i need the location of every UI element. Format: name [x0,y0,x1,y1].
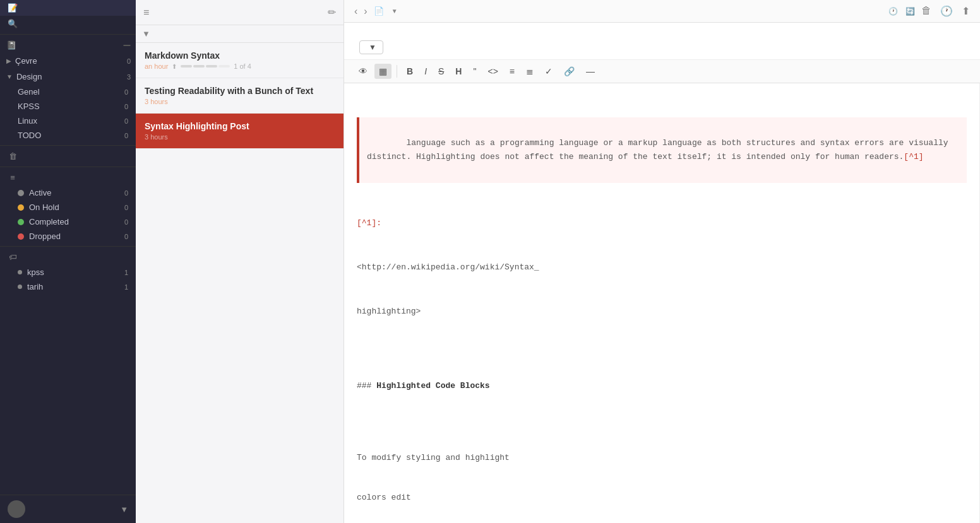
tag-tarih-label: tarih [27,282,119,291]
sidebar-item-linux[interactable]: Linux 0 [0,114,136,128]
note-progress-text: 1 of 4 [234,62,251,70]
sidebar-footer: ▼ [0,495,136,523]
sidebar-status-section: ≡ [0,170,136,185]
italic-button[interactable]: I [420,64,431,79]
design-count: 3 [127,73,131,81]
cevre-count: 0 [127,57,131,65]
search-icon: 🔍 [8,19,18,28]
editor-header-actions: 🗑 🕐 ⬆ [921,5,970,17]
chevron-down-icon: ▼ [6,73,13,80]
trash-icon: 🗑 [8,151,18,161]
date-modified: 🔄 [905,7,915,16]
sidebar-item-todo[interactable]: TODO 0 [0,128,136,143]
sidebar-item-completed[interactable]: Completed 0 [0,214,136,229]
delete-button[interactable]: 🗑 [921,5,931,17]
status-icon: ≡ [8,173,18,182]
design-label: Design [16,72,123,81]
linux-label: Linux [18,116,119,126]
date-created: 🕐 [888,7,898,16]
split-view-button[interactable]: ▦ [374,64,391,79]
note-item-markdown-syntax[interactable]: Markdown Syntax an hour ⬆ 1 of 4 [136,43,344,78]
sidebar-item-on-hold[interactable]: On Hold 0 [0,200,136,214]
completed-dot-icon [18,219,24,225]
sidebar-item-trash[interactable]: 🗑 [0,148,136,164]
sidebar-item-search[interactable]: 🔍 [0,16,136,32]
strikethrough-button[interactable]: S [434,64,448,79]
sidebar-cevre-group[interactable]: ▶ Çevre 0 [0,53,136,69]
editor-dates: 🕐 🔄 [888,7,915,16]
tag-tarih-count: 1 [124,283,128,291]
note-meta: 3 hours [145,133,335,141]
sidebar-item-genel[interactable]: Genel 0 [0,85,136,99]
filter-input[interactable] [154,29,337,38]
sidebar-item-dropped[interactable]: Dropped 0 [0,229,136,244]
check-button[interactable]: ✓ [541,64,557,79]
code-button[interactable]: <> [483,64,502,79]
breadcrumb: 📄 ▼ [374,6,398,16]
active-label: Active [29,188,119,197]
sidebar-item-kpss[interactable]: KPSS 0 [0,99,136,114]
nav-prev-button[interactable]: ‹ [354,6,357,17]
hr-button[interactable]: — [582,64,599,79]
status-button[interactable]: ▼ [359,40,383,54]
note-export-icon: ⬆ [172,63,177,70]
sidebar-notebooks-group[interactable]: 📓 [0,37,136,53]
ol-button[interactable]: ≣ [522,64,538,79]
editor-panel: ‹ › 📄 ▼ 🕐 🔄 🗑 🕐 ⬆ ▼ 👁 ▦ B [344,0,980,523]
linux-count: 0 [124,117,128,125]
chevron-down-icon: ▼ [391,8,398,15]
preview-button[interactable]: 👁 [354,64,372,79]
kpss-count: 0 [124,103,128,110]
todo-count: 0 [124,132,128,139]
link-button[interactable]: 🔗 [559,64,579,79]
sidebar-item-active[interactable]: Active 0 [0,185,136,200]
ul-button[interactable]: ≡ [505,64,519,79]
note-time: 3 hours [145,98,168,105]
note-list-panel: ≡ ✏ ▼ Markdown Syntax an hour ⬆ 1 of 4 T… [136,0,344,523]
note-title: Markdown Syntax [145,50,335,61]
sidebar-tag-kpss[interactable]: kpss 1 [0,265,136,279]
tag-dot2-icon [18,285,22,289]
note-time: an hour [145,62,168,70]
nav-next-button[interactable]: › [364,6,367,17]
note-title: Testing Readability with a Bunch of Text [145,86,335,96]
tag-kpss-count: 1 [124,269,128,276]
editor-status-row: ▼ [344,38,980,60]
new-note-icon[interactable]: ✏ [328,6,336,18]
tag-dot-icon [18,270,22,274]
sidebar-tag-tarih[interactable]: tarih 1 [0,279,136,294]
note-item-testing-readability[interactable]: Testing Readability with a Bunch of Text… [136,78,344,114]
note-item-syntax-highlighting[interactable]: Syntax Highlighting Post 3 hours [136,114,344,149]
sort-icon[interactable]: ≡ [143,7,149,18]
heading-button[interactable]: H [451,64,466,79]
dropped-count: 0 [124,233,128,240]
note-progress [181,65,230,68]
genel-count: 0 [124,88,128,96]
sidebar-tags-section: 🏷 [0,249,136,265]
genel-label: Genel [18,87,119,97]
bold-button[interactable]: B [402,64,417,79]
sidebar-item-all-notes[interactable]: 📝 [0,0,136,16]
onhold-dot-icon [18,204,24,211]
sidebar: 📝 🔍 📓 ▶ Çevre 0 ▼ Design 3 Genel 0 KPSS … [0,0,136,523]
quote-button[interactable]: " [469,64,481,79]
note-time: 3 hours [145,133,168,141]
editor-content-split: language such as a programming language … [344,83,980,523]
tags-icon: 🏷 [8,252,18,262]
tag-kpss-label: kpss [27,267,119,277]
history-button[interactable]: 🕐 [940,5,953,17]
editor-title-area [344,23,980,38]
onhold-count: 0 [124,204,128,211]
notes-icon: 📝 [8,3,18,13]
notebook-icon: 📓 [6,40,16,50]
chevron-right-icon: ▶ [6,57,11,64]
kpss-label: KPSS [18,102,119,111]
completed-label: Completed [29,217,119,226]
share-button[interactable]: ⬆ [962,5,970,17]
editor-raw-panel[interactable]: language such as a programming language … [344,83,980,523]
user-avatar [8,500,25,518]
toolbar-separator [397,65,397,78]
editor-toolbar: 👁 ▦ B I S H " <> ≡ ≣ ✓ 🔗 — [344,60,980,83]
sidebar-design-group[interactable]: ▼ Design 3 [0,69,136,85]
notebooks-add-button[interactable] [123,45,131,46]
